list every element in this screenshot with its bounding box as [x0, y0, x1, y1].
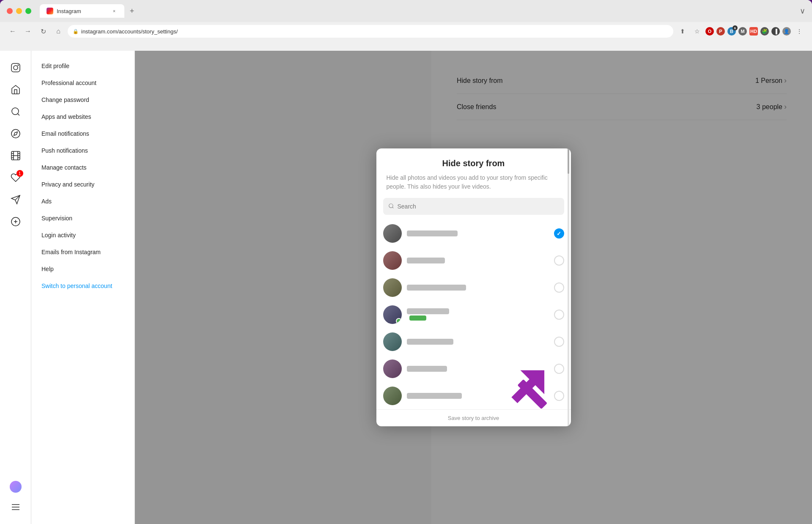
sidebar-item-home[interactable] — [5, 80, 26, 100]
more-button[interactable]: ⋮ — [793, 25, 805, 37]
settings-menu-item-emails-from-instagram[interactable]: Emails from Instagram — [31, 244, 134, 261]
sidebar-item-messages[interactable] — [5, 189, 26, 210]
address-bar[interactable]: 🔒 instagram.com/accounts/story_settings/ — [68, 25, 673, 38]
minimize-traffic-light[interactable] — [16, 8, 22, 14]
settings-menu-item-apps-websites[interactable]: Apps and websites — [31, 108, 134, 125]
tab-menu-button[interactable]: ∨ — [800, 6, 805, 16]
close-traffic-light[interactable] — [7, 8, 13, 14]
svg-point-5 — [11, 129, 20, 138]
settings-menu-item-privacy-security[interactable]: Privacy and security — [31, 176, 134, 193]
settings-menu-item-switch-account[interactable]: Switch to personal account — [31, 277, 134, 294]
avatar — [383, 278, 402, 297]
contact-select-radio[interactable] — [554, 337, 564, 347]
settings-menu-item-professional-account[interactable]: Professional account — [31, 74, 134, 91]
sidebar-item-reels[interactable] — [5, 145, 26, 166]
scrollbar-track — [568, 148, 569, 426]
browser-chrome: Instagram × + ∨ ← → ↻ ⌂ 🔒 instagram.com/… — [0, 0, 812, 51]
sidebar-item-profile[interactable] — [5, 477, 26, 497]
list-item[interactable] — [380, 274, 568, 301]
modal-scrollbar[interactable] — [568, 148, 569, 426]
svg-marker-6 — [14, 132, 17, 135]
settings-menu-item-help[interactable]: Help — [31, 261, 134, 277]
browser-titlebar: Instagram × + ∨ — [0, 0, 812, 22]
contact-select-radio[interactable] — [554, 228, 564, 239]
settings-menu-item-supervision[interactable]: Supervision — [31, 210, 134, 227]
browser-navbar: ← → ↻ ⌂ 🔒 instagram.com/accounts/story_s… — [0, 22, 812, 41]
hd-ext-icon[interactable]: HD — [749, 27, 758, 36]
contact-name — [407, 366, 549, 372]
search-container — [376, 198, 571, 220]
sidebar-item-explore[interactable] — [5, 123, 26, 144]
settings-menu-item-ads[interactable]: Ads — [31, 193, 134, 210]
sidebar-item-more[interactable] — [5, 497, 26, 517]
contact-name — [407, 393, 549, 399]
avatar — [383, 387, 402, 405]
app-container: 1 — [0, 51, 812, 524]
search-box[interactable] — [383, 198, 564, 215]
multi-extension-icon[interactable]: B 6 — [727, 27, 736, 36]
settings-menu-item-login-activity[interactable]: Login activity — [31, 227, 134, 244]
home-button[interactable]: ⌂ — [52, 25, 64, 37]
tab-close-button[interactable]: × — [111, 8, 118, 14]
contacts-list — [376, 220, 571, 409]
list-item[interactable] — [380, 247, 568, 274]
sidebar-icon[interactable]: ▐ — [771, 27, 780, 36]
share-button[interactable]: ⬆ — [677, 25, 689, 37]
modal-bottom: Save story to archive — [376, 409, 571, 426]
pocket-extension-icon[interactable]: P — [716, 27, 725, 36]
contact-select-radio[interactable] — [554, 310, 564, 320]
avatar — [383, 359, 402, 378]
contact-select-radio[interactable] — [554, 255, 564, 266]
bookmark-button[interactable]: ☆ — [691, 25, 703, 37]
svg-line-4 — [17, 114, 19, 115]
list-item[interactable] — [380, 355, 568, 382]
svg-point-1 — [14, 66, 18, 70]
back-button[interactable]: ← — [7, 25, 19, 37]
maximize-traffic-light[interactable] — [25, 8, 31, 14]
contact-select-radio[interactable] — [554, 364, 564, 374]
sidebar-item-notifications[interactable]: 1 — [5, 167, 26, 188]
list-item[interactable] — [380, 301, 568, 328]
profile-avatar[interactable]: 👤 — [782, 27, 791, 36]
tab-bar: Instagram × + — [40, 4, 795, 18]
sidebar-item-logo[interactable] — [5, 58, 26, 78]
ext2-icon[interactable]: M — [738, 27, 747, 36]
contact-name — [407, 339, 549, 345]
svg-point-2 — [17, 65, 19, 66]
search-icon — [388, 203, 394, 210]
sidebar-item-search[interactable] — [5, 102, 26, 122]
settings-menu-item-edit-profile[interactable]: Edit profile — [31, 58, 134, 74]
list-item[interactable] — [380, 220, 568, 247]
reload-button[interactable]: ↻ — [37, 25, 49, 37]
modal-overlay[interactable]: Hide story from Hide all photos and vide… — [135, 51, 812, 524]
opera-extension-icon[interactable]: O — [705, 27, 714, 36]
svg-point-3 — [12, 108, 19, 115]
notification-badge: 1 — [16, 170, 23, 177]
new-tab-button[interactable]: + — [126, 5, 138, 17]
avatar — [383, 332, 402, 351]
list-item[interactable] — [380, 328, 568, 355]
active-tab[interactable]: Instagram × — [40, 4, 124, 18]
contact-name — [407, 308, 549, 321]
settings-menu-item-manage-contacts[interactable]: Manage contacts — [31, 159, 134, 176]
list-item[interactable] — [380, 382, 568, 409]
settings-menu-item-email-notifications[interactable]: Email notifications — [31, 125, 134, 142]
contact-select-radio[interactable] — [554, 283, 564, 293]
contact-name — [407, 285, 549, 291]
modal-subtitle: Hide all photos and videos you add to yo… — [387, 173, 561, 191]
sidebar-icons: 1 — [0, 51, 31, 524]
sidebar-item-create[interactable] — [5, 211, 26, 232]
settings-sidebar: Edit profile Professional account Change… — [31, 51, 135, 524]
settings-menu-item-change-password[interactable]: Change password — [31, 91, 134, 108]
modal-header: Hide story from Hide all photos and vide… — [376, 148, 571, 198]
lock-icon: 🔒 — [73, 29, 79, 34]
contact-name — [407, 258, 549, 263]
modal-title: Hide story from — [387, 159, 561, 168]
traffic-lights — [7, 8, 31, 14]
hide-story-modal: Hide story from Hide all photos and vide… — [376, 148, 571, 426]
puzzle-icon[interactable]: 🧩 — [760, 27, 769, 36]
search-input[interactable] — [398, 203, 559, 210]
forward-button[interactable]: → — [22, 25, 34, 37]
contact-select-radio[interactable] — [554, 391, 564, 401]
settings-menu-item-push-notifications[interactable]: Push notifications — [31, 142, 134, 159]
